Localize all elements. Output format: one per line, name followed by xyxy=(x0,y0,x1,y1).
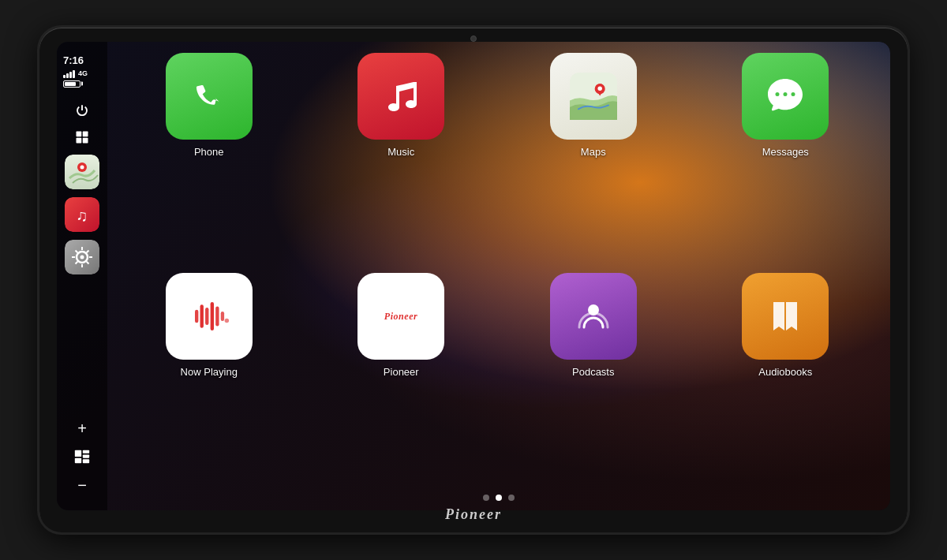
svg-rect-0 xyxy=(77,131,82,136)
nowplaying-icon xyxy=(166,273,253,360)
volume-down-button[interactable]: − xyxy=(71,474,93,496)
screen-wrapper: 7:16 4G xyxy=(57,42,890,510)
svg-rect-2 xyxy=(77,138,82,144)
maps-label: Maps xyxy=(581,146,606,158)
dot-3 xyxy=(508,495,515,501)
messages-label: Messages xyxy=(762,146,809,158)
svg-rect-22 xyxy=(200,304,203,327)
svg-rect-13 xyxy=(83,450,89,454)
app-phone[interactable]: Phone xyxy=(120,53,298,259)
app-maps[interactable]: Maps xyxy=(504,53,683,259)
app-grid: Phone Music xyxy=(120,53,874,479)
svg-text:♫: ♫ xyxy=(77,207,88,224)
pioneer-label: Pioneer xyxy=(384,366,419,378)
app-messages[interactable]: Messages xyxy=(697,53,875,259)
svg-rect-12 xyxy=(75,450,81,457)
music-label: Music xyxy=(387,146,414,158)
app-audiobooks[interactable]: Audiobooks xyxy=(697,273,875,479)
main-screen: 7:16 4G xyxy=(57,42,890,510)
sidebar-maps-app[interactable] xyxy=(65,155,99,189)
app-music[interactable]: Music xyxy=(313,53,491,259)
sidebar-bottom-controls: + − xyxy=(71,417,93,502)
svg-rect-23 xyxy=(205,308,208,325)
svg-rect-26 xyxy=(220,312,223,321)
phone-label: Phone xyxy=(194,146,224,158)
svg-text:Pioneer: Pioneer xyxy=(384,311,417,322)
svg-rect-24 xyxy=(210,302,213,330)
svg-rect-25 xyxy=(215,306,219,326)
audiobooks-label: Audiobooks xyxy=(758,366,812,378)
sidebar-controls: ♫ xyxy=(65,96,99,417)
audiobooks-icon xyxy=(742,273,829,360)
nowplaying-label: Now Playing xyxy=(181,366,238,378)
podcasts-label: Podcasts xyxy=(572,366,614,378)
pioneer-icon: Pioneer xyxy=(357,273,444,360)
clock: 7:16 xyxy=(63,54,101,68)
dot-2 xyxy=(496,495,502,501)
svg-rect-16 xyxy=(83,459,89,463)
pagination-dots xyxy=(483,495,515,501)
podcasts-icon xyxy=(550,273,637,360)
app-podcasts[interactable]: Podcasts xyxy=(504,273,683,479)
svg-point-27 xyxy=(224,319,228,323)
sidebar: 7:16 4G xyxy=(57,42,107,510)
maps-icon-container xyxy=(550,53,637,140)
dot-1 xyxy=(483,495,489,501)
svg-point-6 xyxy=(80,165,84,169)
messages-icon xyxy=(742,53,829,140)
svg-rect-21 xyxy=(195,310,198,323)
svg-rect-1 xyxy=(83,131,88,136)
svg-point-11 xyxy=(80,255,84,259)
power-button[interactable] xyxy=(71,99,93,121)
sidebar-music-app[interactable]: ♫ xyxy=(65,197,99,232)
volume-up-button[interactable]: + xyxy=(71,417,93,439)
svg-rect-20 xyxy=(185,293,233,340)
signal-bars xyxy=(63,70,75,78)
car-stereo-device: 7:16 4G xyxy=(39,28,908,532)
svg-point-19 xyxy=(597,86,601,90)
network-type: 4G xyxy=(78,69,88,79)
battery-icon xyxy=(63,80,80,88)
sidebar-settings-app[interactable] xyxy=(65,240,99,274)
main-content: Phone Music xyxy=(107,42,890,510)
svg-rect-3 xyxy=(83,138,88,144)
home-button[interactable] xyxy=(71,126,93,148)
music-icon xyxy=(357,53,444,140)
app-nowplaying[interactable]: Now Playing xyxy=(120,273,298,479)
status-bar: 7:16 4G xyxy=(57,50,107,96)
layout-toggle-button[interactable] xyxy=(71,446,93,468)
svg-rect-15 xyxy=(75,458,81,464)
phone-icon xyxy=(166,53,253,140)
svg-rect-14 xyxy=(83,455,89,458)
app-pioneer[interactable]: Pioneer Pioneer xyxy=(313,273,491,479)
